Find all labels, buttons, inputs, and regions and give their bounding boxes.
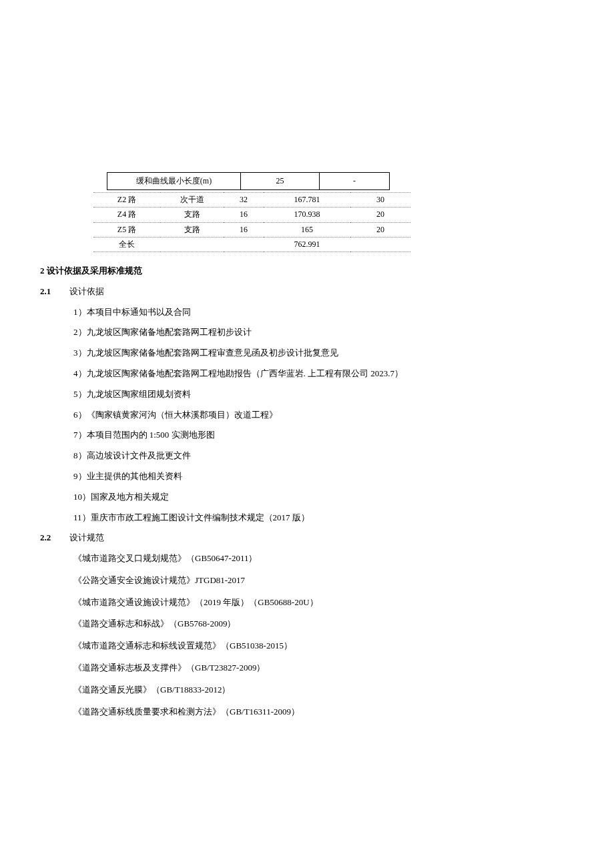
list-item: 9）业主提供的其他相关资料 [73,470,574,484]
section-heading-2: 2 设计依据及采用标准规范 [40,264,574,278]
list-item: 1）本项目中标通知书以及合同 [73,306,574,320]
list-item: 5）九龙坡区陶家组团规划资料 [73,388,574,402]
list-item: 11）重庆市市政工程施工图设计文件编制技术规定（2017 版） [73,511,574,525]
list-item: 《城市道路交叉口规划规范》（GB50647-2011） [73,552,574,566]
cell: 20 [350,222,410,237]
list-item: 2）九龙坡区陶家储备地配套路网工程初步设计 [73,326,574,340]
road-table: Z2 路 次干道 32 167.781 30 Z4 路 支路 16 170.93… [93,192,410,252]
list-item: 6）《陶家镇黄家河沟（恒大林溪郡项目）改道工程》 [73,408,574,422]
table-row: Z4 路 支路 16 170.938 20 [93,207,410,222]
cell: 支路 [160,222,224,237]
design-basis-list: 1）本项目中标通知书以及合同 2）九龙坡区陶家储备地配套路网工程初步设计 3）九… [40,306,574,525]
cell: Z4 路 [93,207,160,222]
table-row: 缓和曲线最小长度(m) 25 - [107,173,390,190]
list-item: 《道路交通标志和标战》（GB5768-2009） [73,617,574,631]
list-item: 7）本项目范围内的 1:500 实测地形图 [73,428,574,442]
cell: 25 [241,173,320,190]
cell: 32 [224,193,264,207]
sub-number: 2.1 [40,286,51,296]
cell: 次干道 [160,193,224,207]
cell: Z5 路 [93,222,160,237]
param-table: 缓和曲线最小长度(m) 25 - [107,172,390,190]
cell: 支路 [160,207,224,222]
section-heading-2-2: 2.2 设计规范 [40,531,574,545]
list-item: 《道路交通标志板及支撑件》（GB/T23827-2009） [73,661,574,675]
list-item: 《道路交通标线质量要求和检测方法》（GB/T16311-2009） [73,705,574,719]
list-item: 《公路交通安全设施设计规范》JTGD81-2017 [73,574,574,588]
list-item: 8）高边坡设计文件及批更文件 [73,449,574,463]
cell: 16 [224,207,264,222]
table-row: Z5 路 支路 16 165 20 [93,222,410,237]
sub-label: 设计规范 [69,532,104,542]
design-spec-list: 《城市道路交叉口规划规范》（GB50647-2011） 《公路交通安全设施设计规… [40,552,574,719]
cell: 全长 [93,237,160,252]
cell: 170.938 [264,207,350,222]
list-item: 《道路交通反光膜》（GB/T18833-2012） [73,683,574,697]
cell: 缓和曲线最小长度(m) [107,173,241,190]
list-item: 4）九龙坡区陶家储备地配套路网工程地勘报告（广西华蓝岩. 上工程有限公司 202… [73,367,574,381]
sub-number: 2.2 [40,532,51,542]
cell [224,237,264,252]
list-item: 《城市道路交通设施设计规范》（2019 年版）（GB50688-20U） [73,596,574,610]
cell [160,237,224,252]
cell: 20 [350,207,410,222]
table-row: Z2 路 次干道 32 167.781 30 [93,193,410,207]
table-row: 全长 762.991 [93,237,410,252]
cell: - [320,173,390,190]
cell: 30 [350,193,410,207]
sub-label: 设计依据 [69,286,104,296]
list-item: 3）九龙坡区陶家储备地配套路网工程审查意见函及初步设计批复意见 [73,346,574,360]
cell: 762.991 [264,237,350,252]
cell: 167.781 [264,193,350,207]
cell: 165 [264,222,350,237]
list-item: 《城市道路交通标志和标线设置规范》（GB51038-2015） [73,639,574,653]
cell [350,237,410,252]
section-heading-2-1: 2.1 设计依据 [40,285,574,299]
list-item: 10）国家及地方相关规定 [73,490,574,504]
cell: 16 [224,222,264,237]
cell: Z2 路 [93,193,160,207]
